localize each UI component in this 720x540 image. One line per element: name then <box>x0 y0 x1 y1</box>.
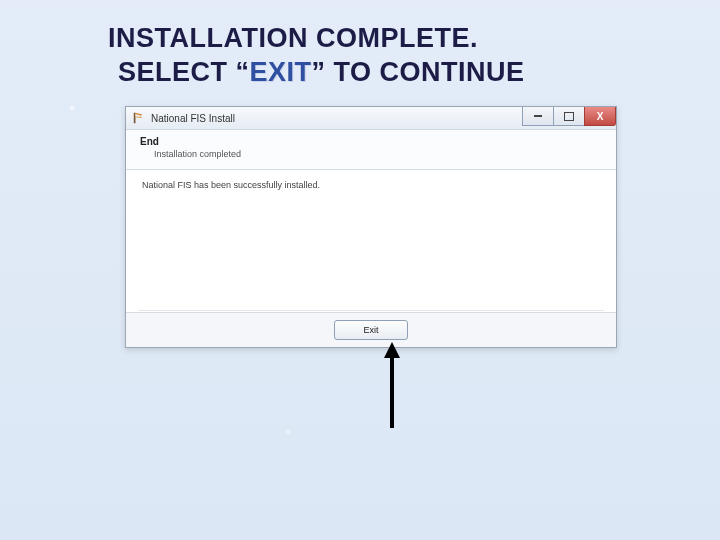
separator <box>138 310 604 311</box>
maximize-icon <box>564 112 574 121</box>
minimize-button[interactable] <box>522 107 554 126</box>
installer-window: National FIS Install X End Installation … <box>125 106 617 348</box>
svg-rect-0 <box>134 113 136 124</box>
section-header: End Installation completed <box>126 130 616 170</box>
footer-bar: Exit <box>126 313 616 347</box>
arrow-shaft <box>390 356 394 428</box>
headline-exit-word: EXIT <box>250 57 312 87</box>
install-success-message: National FIS has been successfully insta… <box>142 180 600 190</box>
headline-line2-post: ” TO CONTINUE <box>312 57 525 87</box>
minimize-icon <box>534 115 542 117</box>
titlebar[interactable]: National FIS Install X <box>126 107 616 130</box>
close-icon: X <box>597 111 604 122</box>
close-button[interactable]: X <box>584 107 616 126</box>
headline-line1: INSTALLATION COMPLETE. <box>108 22 680 56</box>
headline-line2-pre: SELECT “ <box>118 57 250 87</box>
headline-line2: SELECT “EXIT” TO CONTINUE <box>108 56 680 90</box>
section-title: End <box>140 136 606 147</box>
window-controls: X <box>523 107 616 125</box>
section-subtitle: Installation completed <box>154 149 606 159</box>
exit-button-label: Exit <box>363 325 378 335</box>
exit-button[interactable]: Exit <box>334 320 408 340</box>
body-area: National FIS has been successfully insta… <box>126 170 616 313</box>
slide-headline: INSTALLATION COMPLETE. SELECT “EXIT” TO … <box>108 22 680 90</box>
slide-background: INSTALLATION COMPLETE. SELECT “EXIT” TO … <box>0 0 720 540</box>
app-icon <box>132 111 146 125</box>
maximize-button[interactable] <box>553 107 585 126</box>
window-title: National FIS Install <box>151 113 235 124</box>
callout-arrow <box>386 342 398 428</box>
